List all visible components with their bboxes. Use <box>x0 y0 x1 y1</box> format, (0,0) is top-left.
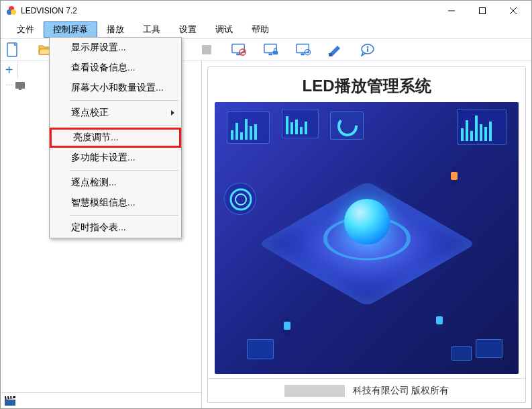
dropdown-separator <box>70 100 178 101</box>
panel-footer: 科技有限公司 版权所有 <box>208 378 525 402</box>
info-icon[interactable] <box>360 42 375 57</box>
dropdown-item[interactable]: 查看设备信息... <box>50 58 181 78</box>
screen-lock-icon[interactable] <box>264 42 278 57</box>
dropdown-item[interactable]: 屏幕大小和数量设置... <box>50 78 181 98</box>
brush-icon[interactable] <box>328 42 343 57</box>
svg-rect-17 <box>202 45 211 54</box>
control-screen-dropdown: 显示屏设置...查看设备信息...屏幕大小和数量设置...逐点校正亮度调节...… <box>49 37 182 238</box>
app-logo-icon <box>6 5 17 16</box>
svg-point-31 <box>367 46 369 48</box>
svg-rect-4 <box>480 8 486 14</box>
panel-title: LED播放管理系统 <box>208 67 525 102</box>
menubar: 文件控制屏幕播放工具设置调试帮助 <box>1 21 531 38</box>
dropdown-item[interactable]: 定时指令表... <box>50 218 181 238</box>
app-title: LEDVISION 7.2 <box>21 6 436 15</box>
welcome-panel: LED播放管理系统 <box>207 66 526 403</box>
dropdown-item[interactable]: 智慧模组信息... <box>50 193 181 213</box>
screen-settings-icon[interactable] <box>296 42 311 57</box>
close-button[interactable] <box>498 1 529 21</box>
footer-redacted <box>284 385 345 397</box>
maximize-button[interactable] <box>467 1 498 21</box>
menu-6[interactable]: 帮助 <box>242 21 278 38</box>
app-window: LEDVISION 7.2 文件控制屏幕播放工具设置调试帮助 + ⋯ <box>0 0 532 409</box>
svg-rect-26 <box>301 54 305 56</box>
dropdown-item[interactable]: 多功能卡设置... <box>50 148 181 168</box>
menu-4[interactable]: 设置 <box>170 21 206 38</box>
svg-point-40 <box>235 194 246 205</box>
screen-off-icon[interactable] <box>231 42 246 57</box>
stop-icon[interactable] <box>199 42 214 57</box>
dropdown-item[interactable]: 逐点检测... <box>50 173 181 193</box>
menu-2[interactable]: 播放 <box>97 21 134 38</box>
monitor-icon <box>15 82 25 89</box>
dropdown-item[interactable]: 亮度调节... <box>50 128 181 148</box>
menu-3[interactable]: 工具 <box>134 21 170 38</box>
svg-point-38 <box>339 118 356 135</box>
content-area: LED播放管理系统 <box>202 61 531 408</box>
new-file-icon[interactable] <box>6 42 21 57</box>
svg-point-39 <box>231 189 251 210</box>
svg-point-28 <box>307 51 309 53</box>
menu-0[interactable]: 文件 <box>7 21 44 38</box>
dropdown-item[interactable]: 显示屏设置... <box>50 38 181 58</box>
svg-rect-23 <box>268 54 272 56</box>
svg-rect-33 <box>5 400 15 406</box>
svg-point-2 <box>11 9 16 15</box>
add-tab-button[interactable]: + <box>1 61 18 79</box>
dropdown-separator <box>70 215 178 216</box>
dropdown-separator <box>70 170 178 171</box>
dropdown-item[interactable]: 逐点校正 <box>50 103 181 123</box>
svg-rect-24 <box>273 51 278 55</box>
sidebar-footer <box>1 392 201 408</box>
menu-5[interactable]: 调试 <box>206 21 242 38</box>
menu-1[interactable]: 控制屏幕 <box>44 21 97 38</box>
minimize-button[interactable] <box>436 1 467 21</box>
dropdown-separator <box>70 125 178 126</box>
svg-rect-29 <box>329 53 332 56</box>
svg-rect-32 <box>367 48 368 52</box>
titlebar: LEDVISION 7.2 <box>1 1 531 21</box>
splash-illustration <box>215 102 519 374</box>
footer-text: 科技有限公司 版权所有 <box>353 385 449 397</box>
clapperboard-icon[interactable] <box>5 396 15 406</box>
